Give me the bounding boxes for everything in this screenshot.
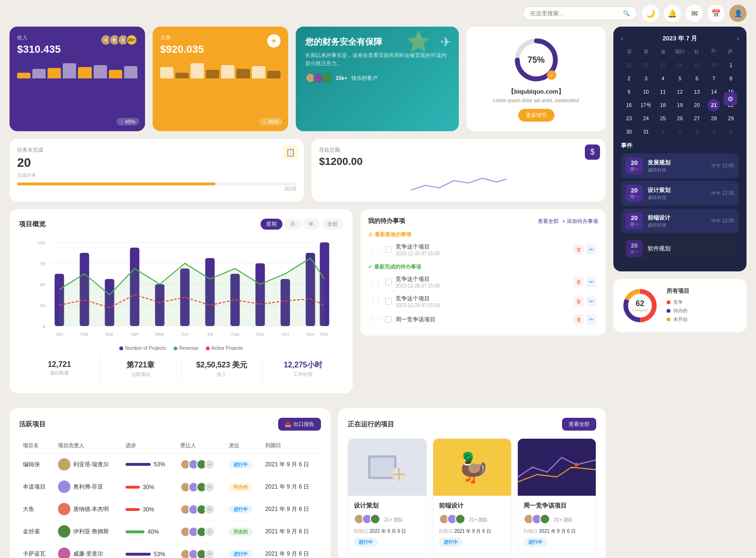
todo-edit-2[interactable]: ✏: [586, 296, 596, 307]
calendar-icon-button[interactable]: 📅: [708, 5, 725, 22]
cal-day-25-prev[interactable]: 25: [623, 59, 635, 71]
export-icon: 📤: [285, 421, 291, 427]
cal-day-31[interactable]: 31: [640, 125, 652, 138]
cards-row-1: 收入 $310.435 A B C 25+: [10, 27, 606, 131]
stat-active-label: 活跃项目: [100, 371, 181, 378]
cal-day-4-next[interactable]: 4: [708, 125, 720, 138]
todo-item-1[interactable]: ⋮⋮ 竞争这个项目 2023-12-26 07:15:00 🗑 ✏: [368, 272, 598, 292]
cal-day-28-prev[interactable]: 28: [674, 59, 686, 71]
calendar-settings-button[interactable]: ⚙: [724, 92, 737, 106]
todo-edit-1[interactable]: ✏: [586, 277, 596, 287]
cal-day-7[interactable]: 7: [708, 72, 720, 85]
cal-day-1-next[interactable]: 1: [657, 125, 669, 138]
cal-day-1[interactable]: 1: [725, 59, 737, 71]
todo-checkbox-0[interactable]: [385, 246, 392, 253]
manager-av-1: [58, 481, 70, 493]
cal-day-30[interactable]: 30: [623, 125, 635, 138]
todo-edit-3[interactable]: ✏: [586, 314, 596, 325]
todo-checkbox-3[interactable]: [385, 316, 392, 323]
todo-add[interactable]: + 添加待办事项: [562, 218, 598, 225]
cell-name-2: 大鱼: [19, 498, 54, 520]
event-item-4: 20 周一 软件规划: [621, 236, 739, 261]
todo-delete-0[interactable]: 🗑: [573, 244, 584, 255]
cal-day-24[interactable]: 24: [640, 112, 652, 125]
cal-day-28[interactable]: 28: [708, 112, 720, 125]
cal-day-5[interactable]: 5: [674, 72, 686, 85]
cal-day-3-next[interactable]: 3: [691, 125, 703, 138]
todo-item-0[interactable]: ⋮⋮ 竞争这个项目 2023-12-26 07:15:00 🗑 ✏: [368, 240, 598, 260]
cal-day-18[interactable]: 18: [657, 99, 669, 111]
moon-icon-button[interactable]: 🌙: [642, 5, 659, 22]
main-content: 收入 $310.435 A B C 25+: [0, 27, 756, 558]
todo-edit-0[interactable]: ✏: [586, 244, 596, 255]
cal-day-26-prev[interactable]: 26: [640, 59, 652, 71]
more-details-button[interactable]: 更多细节: [518, 109, 554, 122]
col-status[interactable]: 龙位 ↑: [225, 438, 261, 453]
cal-day-12[interactable]: 12: [674, 86, 686, 98]
mail-icon-button[interactable]: ✉: [686, 5, 703, 22]
cal-day-6[interactable]: 6: [691, 72, 703, 85]
tab-year[interactable]: 年: [303, 219, 320, 230]
col-assignee[interactable]: 受让人 ↑: [176, 438, 225, 453]
todo-delete-2[interactable]: 🗑: [573, 296, 584, 307]
revenue-bar-chart: [17, 59, 137, 78]
cal-day-19[interactable]: 19: [674, 99, 686, 111]
task-progress-fill: [17, 183, 215, 185]
todo-item-2[interactable]: ⋮⋮ 竞争这个项目 2023-12-26 07:15:00 🗑 ✏: [368, 292, 598, 311]
col-progress[interactable]: 进步 ↑: [122, 438, 176, 453]
task-sub: 完成任务: [17, 172, 296, 179]
tab-month[interactable]: 月: [284, 219, 301, 230]
cal-day-27-prev[interactable]: 27: [657, 59, 669, 71]
export-button[interactable]: 📤 出口报告: [278, 418, 321, 431]
todo-delete-1[interactable]: 🗑: [573, 277, 584, 287]
cal-day-21-today[interactable]: 21: [708, 99, 720, 111]
status-badge-1: 待办的: [229, 483, 252, 491]
cal-day-14[interactable]: 14: [708, 86, 720, 98]
cal-day-5-next[interactable]: 5: [725, 125, 737, 138]
cal-day-2-next[interactable]: 2: [674, 125, 686, 138]
cal-day-26[interactable]: 26: [674, 112, 686, 125]
donut-legend-notstarted: 未开始: [667, 316, 689, 323]
view-all-button[interactable]: 查看全部: [562, 418, 596, 431]
cal-day-17[interactable]: 17号: [640, 99, 652, 111]
cal-day-27[interactable]: 27: [691, 112, 703, 125]
bell-icon-button[interactable]: 🔔: [664, 5, 681, 22]
cal-day-9[interactable]: 9: [623, 86, 635, 98]
cal-day-25[interactable]: 25: [657, 112, 669, 125]
tab-all[interactable]: 全部: [321, 219, 343, 230]
event-name-4: 软件规划: [648, 245, 734, 253]
search-box[interactable]: 🔍: [523, 7, 637, 20]
cal-next-button[interactable]: ›: [737, 35, 739, 42]
cal-day-29-prev[interactable]: 29: [691, 59, 703, 71]
todo-item-3[interactable]: ⋮⋮ 周一竞争该项目 🗑 ✏: [368, 311, 598, 328]
cal-day-20[interactable]: 20: [691, 99, 703, 111]
cal-day-30-prev[interactable]: 30: [708, 59, 720, 71]
cal-day-11[interactable]: 11: [657, 86, 669, 98]
todo-delete-3[interactable]: 🗑: [573, 314, 584, 325]
cal-day-23[interactable]: 23: [623, 112, 635, 125]
search-input[interactable]: [530, 10, 619, 17]
cal-day-10[interactable]: 10: [640, 86, 652, 98]
cal-day-8[interactable]: 8: [725, 72, 737, 85]
cal-prev-button[interactable]: ‹: [621, 35, 623, 42]
cal-day-13[interactable]: 13: [691, 86, 703, 98]
overview-tabs[interactable]: 星期 月 年 全部: [261, 219, 343, 230]
donut-legend-pending: 待办的: [667, 308, 689, 314]
pc-title-3: 周一竞争该项目: [523, 501, 590, 510]
cal-day-4[interactable]: 4: [657, 72, 669, 85]
add-expense-button[interactable]: +: [267, 34, 281, 48]
todo-view-all[interactable]: 查看全部: [538, 218, 559, 225]
cal-day-16[interactable]: 16: [623, 99, 635, 111]
user-avatar[interactable]: 👤: [729, 5, 746, 22]
search-icon: 🔍: [623, 10, 630, 17]
tab-week[interactable]: 星期: [261, 219, 282, 230]
cal-day-3[interactable]: 3: [640, 72, 652, 85]
todo-checkbox-2[interactable]: [385, 298, 392, 305]
col-name[interactable]: 项目名 ↑: [19, 438, 54, 453]
col-due[interactable]: 到期日 ↑: [262, 438, 321, 453]
expense-card: 花费 $920.035 + ↓ 45%: [153, 27, 288, 131]
todo-checkbox-1[interactable]: [385, 279, 392, 285]
cal-day-29[interactable]: 29: [725, 112, 737, 125]
col-manager[interactable]: 项目负责人 ↑: [54, 438, 122, 453]
cal-day-2[interactable]: 2: [623, 72, 635, 85]
